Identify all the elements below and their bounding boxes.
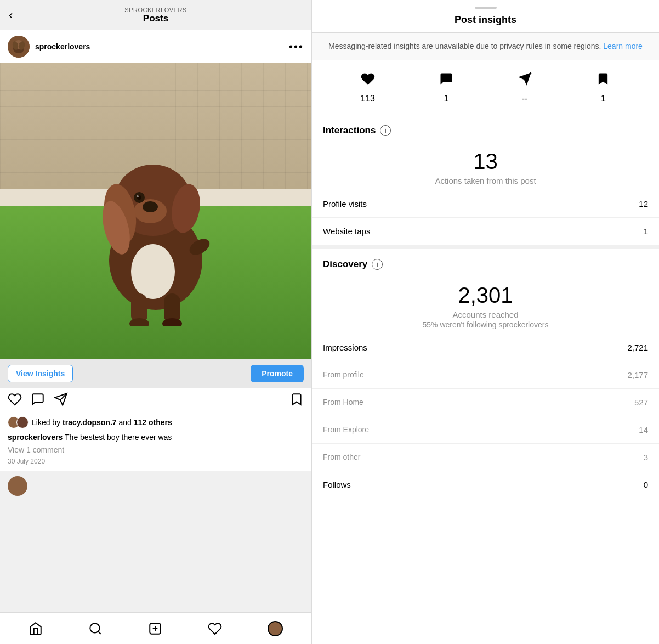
post-username: sprockerlovers — [35, 42, 90, 51]
caption-text: The bestest boy there ever was — [65, 433, 172, 442]
likes-section: Liked by tracy.dopson.7 and 112 others — [0, 414, 311, 431]
post-header-left: sprockerlovers — [8, 36, 90, 58]
interactions-info-button[interactable]: i — [380, 125, 391, 136]
nav-search-button[interactable] — [88, 622, 103, 636]
from-other-value: 3 — [644, 453, 648, 462]
svg-point-14 — [137, 195, 139, 197]
sheet-header: Post insights — [312, 0, 659, 33]
discovery-title: Discovery — [323, 259, 367, 270]
next-post-avatar — [8, 476, 27, 496]
from-other-label: From other — [323, 453, 360, 462]
post-image — [0, 63, 311, 359]
avatar[interactable] — [8, 36, 30, 58]
bookmark-button[interactable] — [289, 392, 304, 410]
liker-avatar-2 — [16, 416, 29, 428]
interactions-big-subtitle: Actions taken from this post — [323, 176, 648, 185]
learn-more-link[interactable]: Learn more — [603, 42, 643, 50]
impressions-row: Impressions 2,721 — [312, 334, 659, 361]
impressions-value: 2,721 — [627, 343, 648, 352]
view-comments[interactable]: View 1 comment — [0, 444, 311, 456]
interactions-big-metric: 13 Actions taken from this post — [312, 138, 659, 190]
discovery-info-button[interactable]: i — [372, 259, 383, 270]
from-home-value: 527 — [634, 398, 648, 407]
impressions-label: Impressions — [323, 343, 367, 352]
svg-point-8 — [131, 244, 175, 299]
comment-button[interactable] — [31, 392, 45, 410]
saves-count: 1 — [601, 94, 606, 104]
from-profile-value: 2,177 — [627, 370, 648, 380]
interactions-title: Interactions — [323, 125, 376, 136]
metric-comments: 1 — [439, 71, 454, 104]
from-explore-row: From Explore 14 — [312, 416, 659, 443]
svg-line-26 — [98, 631, 101, 634]
metric-likes: 113 — [360, 71, 376, 104]
website-taps-row: Website taps 1 — [312, 217, 659, 245]
privacy-text: Messaging-related insights are unavailab… — [328, 42, 643, 50]
metric-saves: 1 — [595, 71, 611, 104]
post-icons-left — [8, 392, 68, 410]
shares-count: -- — [522, 94, 528, 104]
svg-point-25 — [90, 623, 99, 632]
back-button[interactable]: ‹ — [9, 8, 13, 22]
from-other-row: From other 3 — [312, 443, 659, 471]
more-options-button[interactable]: ••• — [289, 41, 304, 53]
website-taps-value: 1 — [644, 227, 648, 236]
accounts-reached-sub: 55% weren't following sprockerlovers — [323, 320, 648, 329]
insights-title: Post insights — [455, 14, 516, 26]
drag-handle[interactable] — [475, 7, 497, 9]
from-home-label: From Home — [323, 398, 363, 407]
follows-value: 0 — [644, 480, 648, 489]
view-insights-button[interactable]: View Insights — [8, 365, 73, 382]
metric-shares: -- — [517, 71, 532, 104]
left-panel: ‹ SPROCKERLOVERS Posts sprockerlovers • — [0, 0, 311, 644]
promote-button[interactable]: Promote — [251, 365, 304, 382]
metrics-row: 113 1 -- — [312, 60, 659, 115]
from-home-row: From Home 527 — [312, 388, 659, 416]
profile-visits-label: Profile visits — [323, 199, 367, 208]
profile-visits-value: 12 — [639, 199, 648, 208]
nav-heart-button[interactable] — [208, 622, 222, 636]
from-explore-label: From Explore — [323, 425, 369, 434]
follows-row: Follows 0 — [312, 471, 659, 498]
page-title: Posts — [124, 13, 186, 24]
post-date: 30 July 2020 — [0, 456, 311, 471]
caption-username[interactable]: sprockerlovers — [8, 433, 63, 442]
section-divider-1 — [312, 245, 659, 249]
liked-avatars — [8, 416, 29, 428]
likes-text: Liked by tracy.dopson.7 and 112 others — [32, 418, 172, 427]
nav-home-button[interactable] — [29, 622, 43, 636]
right-panel: Post insights Messaging-related insights… — [311, 0, 659, 644]
post-icons-row — [0, 388, 311, 414]
nav-add-button[interactable] — [148, 622, 162, 636]
discovery-header: Discovery i — [312, 249, 659, 272]
post-caption: sprockerlovers The bestest boy there eve… — [0, 431, 311, 444]
nav-profile-button[interactable] — [268, 621, 283, 636]
from-profile-label: From profile — [323, 370, 364, 380]
likes-count: 113 — [360, 94, 375, 104]
bookmark-filled-icon — [595, 71, 611, 91]
svg-point-11 — [143, 201, 158, 212]
interactions-big-number: 13 — [323, 149, 648, 174]
discovery-big-metric: 2,301 Accounts reached 55% weren't follo… — [312, 272, 659, 334]
comments-count: 1 — [444, 94, 448, 104]
header-username: SPROCKERLOVERS — [124, 7, 186, 13]
accounts-reached-number: 2,301 — [323, 283, 648, 308]
from-explore-value: 14 — [639, 425, 648, 434]
comment-filled-icon — [439, 71, 454, 91]
post-header: sprockerlovers ••• — [0, 30, 311, 63]
profile-visits-row: Profile visits 12 — [312, 190, 659, 217]
follows-label: Follows — [323, 480, 351, 489]
website-taps-label: Website taps — [323, 227, 370, 236]
from-profile-row: From profile 2,177 — [312, 361, 659, 388]
share-button[interactable] — [54, 392, 68, 410]
action-bar: View Insights Promote — [0, 359, 311, 388]
header-text: SPROCKERLOVERS Posts — [124, 7, 186, 24]
like-button[interactable] — [8, 392, 22, 410]
privacy-notice: Messaging-related insights are unavailab… — [312, 33, 659, 60]
accounts-reached-label: Accounts reached — [323, 310, 648, 319]
interactions-header: Interactions i — [312, 115, 659, 138]
send-filled-icon — [517, 71, 532, 91]
svg-marker-31 — [518, 72, 531, 85]
bottom-nav — [0, 612, 311, 644]
posts-header: ‹ SPROCKERLOVERS Posts — [0, 0, 311, 30]
